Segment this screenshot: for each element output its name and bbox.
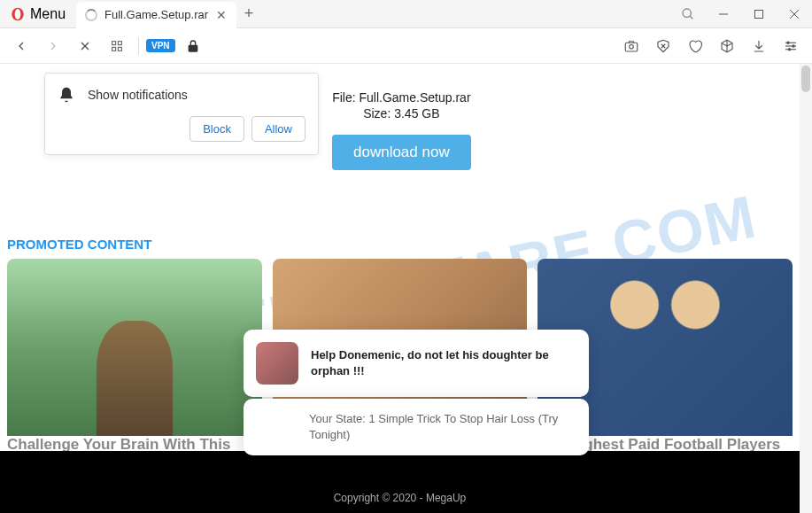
promoted-content-heading: PROMOTED CONTENT <box>7 237 151 252</box>
shield-x-icon <box>655 38 671 54</box>
minimize-button[interactable] <box>706 0 741 28</box>
svg-line-3 <box>690 16 692 19</box>
promoted-card[interactable] <box>7 259 262 436</box>
vertical-scrollbar[interactable] <box>800 64 812 513</box>
adblock-button[interactable] <box>649 32 677 60</box>
search-icon <box>681 7 695 21</box>
tab-close-button[interactable]: ✕ <box>215 9 228 21</box>
speed-dial-button[interactable] <box>103 32 131 60</box>
stop-button[interactable] <box>71 32 99 60</box>
vpn-badge[interactable]: VPN <box>146 39 175 52</box>
menu-label: Menu <box>30 6 66 22</box>
svg-rect-10 <box>112 41 116 44</box>
browser-tab[interactable]: Full.Game.Setup.rar ✕ <box>76 2 236 28</box>
notification-popup[interactable]: Help Donemenic, do not let his doughter … <box>244 330 589 397</box>
site-security-button[interactable] <box>179 32 207 60</box>
browser-titlebar: Menu Full.Game.Setup.rar ✕ + <box>0 0 812 28</box>
bookmark-button[interactable] <box>681 32 709 60</box>
download-button[interactable]: download now <box>332 135 471 170</box>
page-footer: Copyright © 2020 - MegaUp <box>0 451 800 513</box>
forward-button[interactable] <box>39 32 67 60</box>
downloads-button[interactable] <box>745 32 773 60</box>
extensions-button[interactable] <box>713 32 741 60</box>
opera-menu-button[interactable]: Menu <box>0 0 76 27</box>
camera-icon <box>623 38 639 54</box>
easy-setup-button[interactable] <box>777 32 805 60</box>
notification-text: Your State: 1 Simple Trick To Stop Hair … <box>309 411 576 443</box>
heart-icon <box>687 38 703 54</box>
search-button[interactable] <box>670 0 706 28</box>
svg-rect-12 <box>112 47 116 51</box>
browser-toolbar: VPN <box>0 28 812 64</box>
notification-avatar-image <box>256 342 298 385</box>
opera-logo-icon <box>11 7 25 21</box>
svg-point-22 <box>787 42 789 43</box>
copyright-text: Copyright © 2020 - MegaUp <box>334 492 467 504</box>
tab-title: Full.Game.Setup.rar <box>104 8 208 21</box>
scrollbar-thumb[interactable] <box>801 66 810 92</box>
chevron-right-icon <box>46 39 60 53</box>
maximize-button[interactable] <box>741 0 777 28</box>
svg-point-24 <box>788 48 790 50</box>
allow-button[interactable]: Allow <box>251 116 305 142</box>
file-name-label: File: Full.Game.Setup.rar <box>332 90 471 105</box>
cube-icon <box>719 38 735 54</box>
download-icon <box>751 38 767 54</box>
notification-prompt-text: Show notifications <box>88 88 188 102</box>
svg-point-15 <box>630 44 634 49</box>
svg-point-23 <box>793 44 794 46</box>
block-button[interactable]: Block <box>189 116 244 142</box>
back-button[interactable] <box>7 32 35 60</box>
close-window-button[interactable] <box>777 0 812 28</box>
svg-point-1 <box>15 9 21 19</box>
chevron-left-icon <box>14 39 28 53</box>
file-info-panel: File: Full.Game.Setup.rar Size: 3.45 GB … <box>332 90 471 170</box>
snapshot-button[interactable] <box>617 32 646 60</box>
window-controls <box>706 0 812 28</box>
file-size-label: Size: 3.45 GB <box>332 106 471 120</box>
svg-rect-13 <box>118 47 121 51</box>
svg-rect-5 <box>755 10 763 18</box>
loading-spinner-icon <box>85 9 97 21</box>
sliders-icon <box>783 38 799 54</box>
svg-rect-14 <box>625 43 638 51</box>
page-content: MYANTISPYWARE.COM Show notifications Blo… <box>0 64 812 513</box>
notification-text: Help Donemenic, do not let his doughter … <box>311 347 576 379</box>
notification-permission-prompt: Show notifications Block Allow <box>44 73 319 155</box>
notification-popup[interactable]: Your State: 1 Simple Trick To Stop Hair … <box>244 399 589 455</box>
new-tab-button[interactable]: + <box>236 2 261 27</box>
bell-icon <box>58 86 75 104</box>
svg-rect-11 <box>118 41 121 44</box>
close-icon <box>78 39 92 53</box>
lock-icon <box>186 39 200 53</box>
grid-icon <box>110 39 124 53</box>
svg-point-2 <box>683 9 691 17</box>
